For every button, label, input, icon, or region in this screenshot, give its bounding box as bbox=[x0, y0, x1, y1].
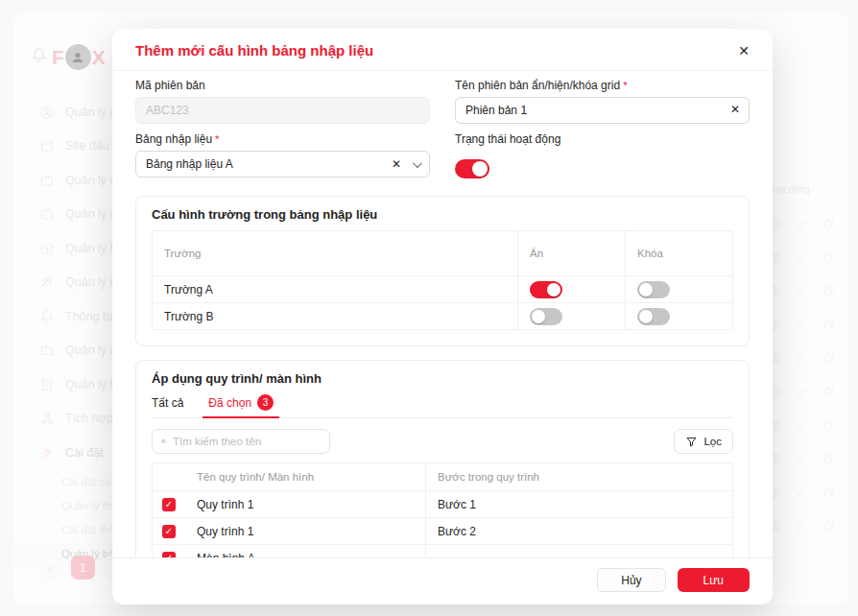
required-asterisk: * bbox=[215, 133, 219, 145]
clear-icon[interactable]: ✕ bbox=[730, 104, 740, 115]
field-name: Trường A bbox=[153, 276, 517, 302]
tab-da-chon[interactable]: Đã chọn 3 bbox=[208, 394, 274, 417]
hide-toggle[interactable] bbox=[530, 281, 562, 298]
clear-icon[interactable]: ✕ bbox=[392, 157, 401, 171]
toggle-knob bbox=[532, 310, 545, 323]
table-row: Trường A bbox=[153, 275, 732, 302]
save-button[interactable]: Lưu bbox=[678, 568, 750, 592]
screen: F X Giám đốc Công ty cổ Quản lý quy trìn… bbox=[0, 0, 858, 616]
selected-value: Bảng nhập liệu A bbox=[146, 157, 392, 171]
version-name-input[interactable] bbox=[455, 97, 750, 124]
column-header-truong: Trường bbox=[153, 231, 517, 275]
apply-table: Tên quy trình/ Màn hình Bước trong quy t… bbox=[152, 462, 733, 557]
hide-toggle-cell bbox=[517, 276, 625, 302]
search-row: Lọc bbox=[152, 429, 733, 454]
column-header-khoa: Khóa bbox=[625, 231, 732, 275]
modal-footer: Hủy Lưu bbox=[112, 557, 773, 604]
modal-title: Thêm mới cấu hình bảng nhập liệu bbox=[135, 42, 373, 59]
field-config-title: Cấu hình trường trong bảng nhập liệu bbox=[152, 207, 733, 222]
avatar[interactable] bbox=[65, 44, 91, 70]
table-header-row: Trường Ẩn Khóa bbox=[153, 231, 732, 275]
toggle-knob bbox=[639, 310, 653, 323]
search-box bbox=[152, 429, 330, 454]
hide-toggle[interactable] bbox=[530, 308, 562, 325]
process-step: Bước 2 bbox=[425, 518, 732, 544]
lock-toggle[interactable] bbox=[637, 281, 670, 298]
status-label: Trạng thái hoạt động bbox=[455, 132, 750, 146]
checkbox-column-header bbox=[153, 463, 185, 490]
field-config-card: Cấu hình trường trong bảng nhập liệu Trư… bbox=[135, 196, 750, 346]
table-row: ✓ Quy trình 1 Bước 1 bbox=[153, 490, 732, 517]
process-name: Quy trình 1 bbox=[185, 491, 425, 517]
row-checkbox[interactable]: ✓ bbox=[162, 498, 176, 511]
selected-count-badge: 3 bbox=[257, 394, 274, 411]
lock-toggle-cell bbox=[625, 303, 732, 329]
tab-tat-ca[interactable]: Tất cả bbox=[152, 394, 183, 417]
status-toggle[interactable] bbox=[455, 159, 489, 178]
toggle-knob bbox=[547, 283, 560, 296]
search-input[interactable] bbox=[173, 436, 321, 447]
close-icon[interactable]: ✕ bbox=[738, 44, 750, 58]
lock-toggle-cell bbox=[625, 276, 732, 302]
chevron-down-icon[interactable] bbox=[413, 158, 422, 168]
form-grid: Mã phiên bản Tên phiên bản ẩn/hiện/khóa … bbox=[135, 79, 750, 182]
tabs: Tất cả Đã chọn 3 bbox=[152, 394, 733, 418]
process-step bbox=[425, 545, 732, 557]
row-checkbox[interactable]: ✓ bbox=[162, 525, 176, 538]
process-name: Quy trình 1 bbox=[185, 518, 425, 544]
filter-icon bbox=[685, 436, 698, 448]
data-table-field-group: Bảng nhập liệu* Bảng nhập liệu A ✕ bbox=[135, 132, 430, 182]
filter-label: Lọc bbox=[703, 436, 722, 447]
tab-label: Đã chọn bbox=[208, 396, 251, 410]
table-row: ✓ Màn hình A bbox=[153, 544, 732, 557]
field-config-table: Trường Ẩn Khóa Trường A Trường B bbox=[152, 230, 733, 330]
lock-toggle[interactable] bbox=[637, 308, 670, 325]
toggle-knob bbox=[639, 283, 653, 296]
status-field-group: Trạng thái hoạt động bbox=[455, 132, 750, 182]
column-header-name: Tên quy trình/ Màn hình bbox=[185, 463, 425, 490]
modal-header: Thêm mới cấu hình bảng nhập liệu ✕ bbox=[112, 29, 773, 71]
process-step: Bước 1 bbox=[425, 491, 732, 517]
table-row: Trường B bbox=[153, 302, 732, 329]
version-code-label: Mã phiên bản bbox=[135, 79, 430, 92]
field-name: Trường B bbox=[153, 303, 517, 329]
table-row: ✓ Quy trình 1 Bước 2 bbox=[153, 517, 732, 544]
required-asterisk: * bbox=[623, 80, 627, 91]
version-code-field-group: Mã phiên bản bbox=[135, 79, 430, 124]
version-code-input bbox=[135, 97, 430, 124]
checkbox-cell: ✓ bbox=[153, 518, 185, 544]
filter-button[interactable]: Lọc bbox=[674, 429, 733, 454]
data-table-select[interactable]: Bảng nhập liệu A ✕ bbox=[135, 151, 430, 178]
toggle-knob bbox=[472, 161, 488, 177]
version-name-field-group: Tên phiên bản ẩn/hiện/khóa grid* ✕ bbox=[455, 79, 750, 124]
table-header-row: Tên quy trình/ Màn hình Bước trong quy t… bbox=[153, 463, 732, 490]
process-name: Màn hình A bbox=[185, 545, 425, 557]
checkbox-cell: ✓ bbox=[153, 491, 185, 517]
add-config-modal: Thêm mới cấu hình bảng nhập liệu ✕ Mã ph… bbox=[112, 29, 773, 604]
modal-body: Mã phiên bản Tên phiên bản ẩn/hiện/khóa … bbox=[112, 71, 773, 557]
checkbox-cell: ✓ bbox=[153, 545, 185, 557]
column-header-an: Ẩn bbox=[517, 231, 625, 275]
search-icon bbox=[161, 435, 166, 448]
cancel-button[interactable]: Hủy bbox=[597, 568, 665, 592]
column-header-step: Bước trong quy trình bbox=[425, 463, 732, 490]
version-name-label: Tên phiên bản ẩn/hiện/khóa grid* bbox=[455, 79, 750, 92]
hide-toggle-cell bbox=[517, 303, 625, 329]
data-table-label: Bảng nhập liệu* bbox=[135, 132, 430, 146]
apply-section-title: Áp dụng quy trình/ màn hình bbox=[152, 371, 733, 386]
apply-section-card: Áp dụng quy trình/ màn hình Tất cả Đã ch… bbox=[135, 360, 750, 557]
tab-label: Tất cả bbox=[152, 396, 183, 410]
